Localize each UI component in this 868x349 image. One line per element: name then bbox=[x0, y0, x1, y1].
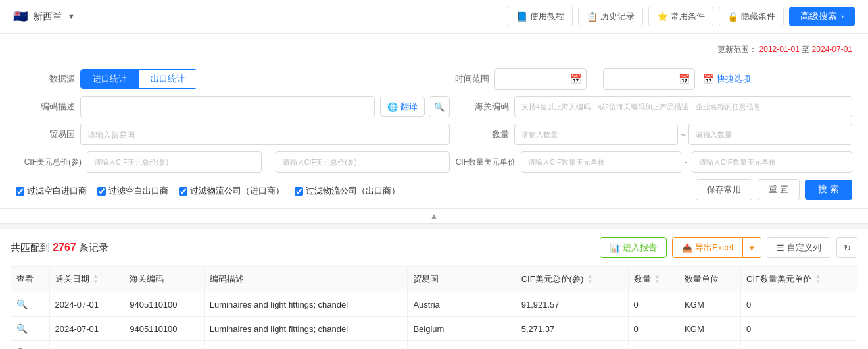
quantity-range: ~ bbox=[514, 124, 852, 145]
td-view-0[interactable]: 🔍 bbox=[11, 292, 50, 317]
excel-btn-label: 导出Excel bbox=[695, 242, 733, 254]
custom-column-button[interactable]: ☰ 自定义列 bbox=[767, 237, 831, 258]
country-selector[interactable]: 🇳🇿 新西兰 ▼ bbox=[13, 9, 75, 24]
update-range: 更新范围： 2012-01-01 至 2024-07-01 bbox=[717, 44, 852, 55]
td-hs_code-2: 9405110100 bbox=[124, 341, 205, 350]
quantity-min-input[interactable] bbox=[514, 124, 678, 145]
td-cif_total-1: 5,271.37 bbox=[516, 317, 628, 341]
advanced-search-button[interactable]: 高级搜索 › bbox=[789, 7, 855, 26]
code-input-wrap: LED 🌐 翻译 🔍 bbox=[80, 96, 450, 117]
th-trade_country: 贸易国 bbox=[408, 267, 516, 292]
checkbox-filter_import[interactable]: 过滤空白进口商 bbox=[16, 185, 87, 197]
quantity-label: 数量 bbox=[450, 128, 509, 140]
td-trade_country-1: Belgium bbox=[408, 317, 516, 341]
hide-button[interactable]: 🔒 隐藏条件 bbox=[719, 7, 784, 26]
action-buttons: 保存常用 重 置 搜 索 bbox=[696, 179, 852, 200]
checkbox-filter_export[interactable]: 过滤空白出口商 bbox=[97, 185, 168, 197]
tutorial-button[interactable]: 📘 使用教程 bbox=[508, 7, 573, 26]
sort-icon-cif_total[interactable]: ▲▼ bbox=[587, 274, 592, 284]
common-button[interactable]: ⭐ 常用条件 bbox=[648, 7, 713, 26]
code-section: 编码描述 LED 🌐 翻译 🔍 bbox=[16, 96, 450, 117]
cif-total-min-input[interactable] bbox=[87, 151, 262, 173]
data-table: 查看通关日期▲▼海关编码编码描述贸易国CIF美元总价(参)▲▼数量▲▼数量单位C… bbox=[11, 266, 857, 349]
checkbox-input-filter_logistics_import[interactable] bbox=[179, 187, 187, 196]
view-icon-1[interactable]: 🔍 bbox=[16, 323, 28, 334]
custom-col-icon: ☰ bbox=[777, 243, 784, 253]
collapse-icon: ▲ bbox=[430, 211, 438, 221]
th-label-trade_country: 贸易国 bbox=[413, 273, 439, 285]
update-to-label: 至 bbox=[802, 45, 809, 54]
sort-icon-cif_unit_price[interactable]: ▲▼ bbox=[815, 274, 821, 284]
table-row: 🔍2024-07-019405110100Luminaires and ligh… bbox=[11, 317, 857, 341]
th-cif_unit_price[interactable]: CIF数量美元单价▲▼ bbox=[741, 267, 857, 292]
save-common-button[interactable]: 保存常用 bbox=[696, 179, 752, 200]
th-quantity[interactable]: 数量▲▼ bbox=[628, 267, 679, 292]
checkbox-input-filter_export[interactable] bbox=[97, 187, 106, 196]
table-row: 🔍2024-07-019405110100Luminaires and ligh… bbox=[11, 292, 857, 317]
sort-icon-date[interactable]: ▲▼ bbox=[93, 274, 99, 284]
cif-total-max-input[interactable] bbox=[276, 151, 450, 173]
cif-total-range: — bbox=[87, 151, 450, 173]
refresh-icon: ↻ bbox=[844, 243, 851, 253]
trade-section: 贸易国 bbox=[16, 124, 450, 145]
th-label-date: 通关日期 bbox=[55, 273, 89, 285]
excel-dropdown-button[interactable]: ▾ bbox=[743, 237, 761, 258]
td-hs_code-1: 9405110100 bbox=[124, 317, 205, 341]
results-section: 共匹配到 2767 条记录 📊 进入报告 📤 导出Excel ▾ ☰ bbox=[0, 229, 868, 349]
sort-icon-quantity[interactable]: ▲▼ bbox=[655, 274, 660, 284]
td-view-2[interactable]: 🔍 bbox=[11, 341, 50, 350]
topbar: 🇳🇿 新西兰 ▼ 📘 使用教程 📋 历史记录 ⭐ 常用条件 🔒 隐藏条件 高级搜… bbox=[0, 0, 868, 34]
checkbox-filter_logistics_export[interactable]: 过滤物流公司（出口商） bbox=[295, 185, 400, 197]
calendar-end-icon: 📅 bbox=[679, 74, 690, 84]
th-quantity_unit: 数量单位 bbox=[679, 267, 741, 292]
search-circle-icon: 🔍 bbox=[434, 102, 445, 112]
report-icon: 📊 bbox=[610, 243, 620, 253]
td-hs_code-0: 9405110100 bbox=[124, 292, 205, 317]
reset-button[interactable]: 重 置 bbox=[758, 179, 800, 200]
translate-button[interactable]: 🌐 翻译 bbox=[380, 97, 425, 117]
td-view-1[interactable]: 🔍 bbox=[11, 317, 50, 341]
tab-export[interactable]: 出口统计 bbox=[139, 70, 197, 88]
quick-select-button[interactable]: 📅 快捷选项 bbox=[703, 73, 751, 85]
enter-report-button[interactable]: 📊 进入报告 bbox=[600, 237, 667, 258]
cif-total-sep: — bbox=[264, 157, 273, 167]
th-cif_total[interactable]: CIF美元总价(参)▲▼ bbox=[516, 267, 628, 292]
time-range-label: 时间范围 bbox=[450, 73, 489, 85]
th-label-quantity_unit: 数量单位 bbox=[685, 273, 719, 285]
search-button[interactable]: 搜 索 bbox=[805, 180, 852, 200]
history-label: 历史记录 bbox=[600, 11, 635, 22]
translate-icon: 🌐 bbox=[387, 102, 398, 112]
export-excel-button[interactable]: 📤 导出Excel bbox=[672, 237, 743, 258]
country-flag-icon: 🇳🇿 bbox=[13, 9, 28, 24]
th-label-cif_total: CIF美元总价(参) bbox=[521, 273, 584, 285]
history-button[interactable]: 📋 历史记录 bbox=[578, 7, 643, 26]
th-label-cif_unit_price: CIF数量美元单价 bbox=[746, 273, 811, 285]
td-date-2: 2024-07-01 bbox=[49, 341, 124, 350]
datasource-label: 数据源 bbox=[16, 73, 75, 85]
hide-icon: 🔒 bbox=[727, 11, 738, 22]
checkbox-label-filter_logistics_import: 过滤物流公司（进口商） bbox=[190, 185, 284, 197]
code-search-button[interactable]: 🔍 bbox=[429, 96, 450, 117]
collapse-bar[interactable]: ▲ bbox=[0, 209, 868, 224]
checkbox-input-filter_logistics_export[interactable] bbox=[295, 187, 303, 196]
quantity-max-input[interactable] bbox=[688, 124, 852, 145]
td-cif_unit_price-1: 0 bbox=[741, 317, 857, 341]
star-icon: ⭐ bbox=[657, 11, 668, 22]
count-number: 2767 bbox=[53, 242, 76, 253]
cif-unit-label: CIF数量美元单价 bbox=[450, 157, 516, 168]
view-icon-0[interactable]: 🔍 bbox=[16, 299, 28, 309]
code-input[interactable]: LED bbox=[80, 96, 375, 117]
td-quantity-2: 0 bbox=[628, 341, 679, 350]
customs-input[interactable] bbox=[514, 96, 852, 117]
trade-quantity-row: 贸易国 数量 ~ bbox=[16, 124, 852, 145]
trade-input[interactable] bbox=[80, 124, 450, 145]
cif-unit-min-input[interactable] bbox=[521, 151, 681, 173]
checkbox-input-filter_import[interactable] bbox=[16, 187, 24, 196]
checkbox-filter_logistics_import[interactable]: 过滤物流公司（进口商） bbox=[179, 185, 284, 197]
td-date-1: 2024-07-01 bbox=[49, 317, 124, 341]
tab-import[interactable]: 进口统计 bbox=[81, 70, 139, 88]
cif-unit-max-input[interactable] bbox=[692, 151, 852, 173]
refresh-button[interactable]: ↻ bbox=[836, 237, 857, 258]
th-date[interactable]: 通关日期▲▼ bbox=[49, 267, 124, 292]
quick-select-icon: 📅 bbox=[703, 74, 714, 84]
